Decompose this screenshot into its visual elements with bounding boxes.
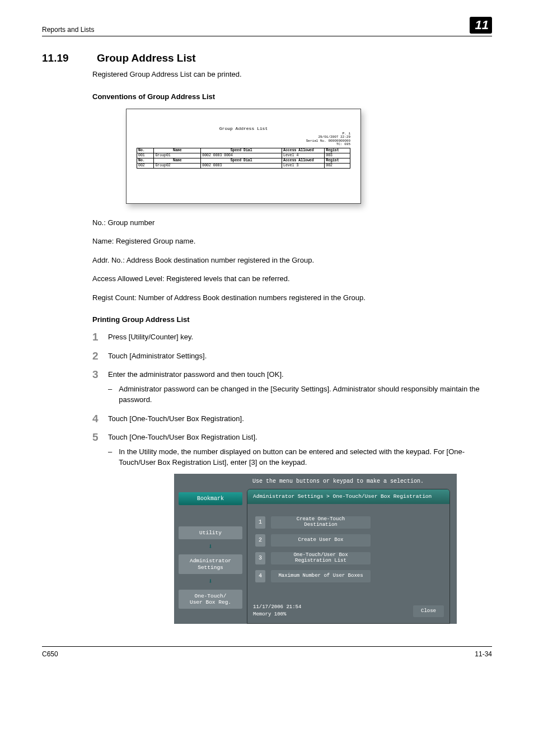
fig2-memory: Memory 100%: [253, 611, 301, 619]
intro-text: Registered Group Address List can be pri…: [92, 69, 492, 80]
r2-name: Group02: [154, 163, 201, 168]
fig1-tc-label: TC:: [336, 142, 343, 146]
step-4: Touch [One-Touch/User Box Registration].: [92, 413, 492, 424]
step-5-note: In the Utility mode, the number displaye…: [119, 446, 492, 468]
subheading-printing: Printing Group Address List: [92, 315, 492, 324]
col-regist: Regist: [325, 148, 350, 153]
fig2-breadcrumb: Administrator Settings > One-Touch/User …: [247, 489, 449, 504]
footer-model: C650: [42, 650, 58, 658]
def-access: Access Allowed Level: Registered levels …: [92, 273, 492, 284]
def-addr: Addr. No.: Address Book destination numb…: [92, 255, 492, 266]
menu-num-4[interactable]: 4: [255, 570, 265, 582]
step-5: Touch [One-Touch/User Box Registration L…: [92, 432, 492, 624]
dash-icon: –: [108, 446, 112, 468]
def-no: No.: Group number: [92, 217, 492, 228]
fig1-tc: 035: [344, 142, 350, 146]
fig1-table: No. Name Speed Dial Access Allowed Regis…: [137, 148, 350, 169]
col-name: Name: [154, 148, 201, 153]
close-button[interactable]: Close: [413, 605, 444, 618]
fig2-datetime: 11/17/2006 21:54: [253, 604, 301, 612]
fig1-serial-label: Serial No.: [306, 139, 326, 143]
col2-speed: Speed Dial: [201, 158, 282, 163]
section-number: 11.19: [42, 52, 87, 64]
subheading-conventions: Conventions of Group Address List: [92, 92, 492, 101]
step-3: Enter the administrator password and the…: [92, 369, 492, 405]
col-no: No.: [137, 148, 154, 153]
side-onetouch-button[interactable]: One-Touch/ User Box Reg.: [179, 590, 242, 609]
step-2: Touch [Administrator Settings].: [92, 351, 492, 362]
section-title: Group Address List: [97, 52, 196, 64]
col2-name: Name: [154, 158, 201, 163]
def-regist: Regist Count: Number of Address Book des…: [92, 292, 492, 304]
menu-create-onetouch[interactable]: Create One-Touch Destination: [271, 516, 371, 529]
fig1-title: Group Address List: [137, 126, 350, 131]
arrow-down-icon: ⬇: [179, 542, 242, 553]
menu-create-userbox[interactable]: Create User Box: [271, 534, 371, 547]
bookmark-tab[interactable]: Bookmark: [179, 492, 242, 505]
chapter-badge: 11: [470, 17, 492, 34]
footer-page: 11-34: [475, 650, 492, 658]
r2-regist: 002: [325, 163, 350, 168]
step-1: Press [Utility/Counter] key.: [92, 332, 492, 343]
figure-touchscreen: Use the menu buttons or keypad to make a…: [174, 474, 457, 624]
figure-group-address-list: Group Address List P. 1 29/01/2007 22:29…: [126, 109, 361, 204]
breadcrumb: Reports and Lists: [42, 26, 94, 34]
r1-regist: 003: [325, 153, 350, 158]
menu-max-boxes[interactable]: Maximum Number of User Boxes: [271, 570, 371, 582]
r1-name: Group01: [154, 153, 201, 158]
col-access: Access Allowed: [282, 148, 325, 153]
menu-num-1[interactable]: 1: [255, 516, 265, 529]
side-admin-button[interactable]: Administrator Settings: [179, 554, 242, 574]
arrow-down-icon: ⬇: [179, 576, 242, 587]
menu-num-3[interactable]: 3: [255, 552, 265, 564]
side-utility-button[interactable]: Utility: [179, 526, 242, 539]
step-3-note: Administrator password can be changed in…: [119, 384, 492, 405]
fig2-instruction: Use the menu buttons or keypad to make a…: [174, 474, 457, 489]
r1-access: Level 4: [282, 153, 325, 158]
col2-regist: Regist: [325, 158, 350, 163]
r1-no: 001: [137, 153, 154, 158]
r1-speed: 0002 0003 0004: [201, 153, 282, 158]
menu-reg-list[interactable]: One-Touch/User Box Registration List: [271, 552, 371, 564]
menu-num-2[interactable]: 2: [255, 534, 265, 547]
r2-no: 002: [137, 163, 154, 168]
def-name: Name: Registered Group name.: [92, 236, 492, 247]
col2-no: No.: [137, 158, 154, 163]
col-speed: Speed Dial: [201, 148, 282, 153]
r2-access: Level 3: [282, 163, 325, 168]
dash-icon: –: [108, 384, 112, 405]
col2-access: Access Allowed: [282, 158, 325, 163]
r2-speed: 0002 0003: [201, 163, 282, 168]
